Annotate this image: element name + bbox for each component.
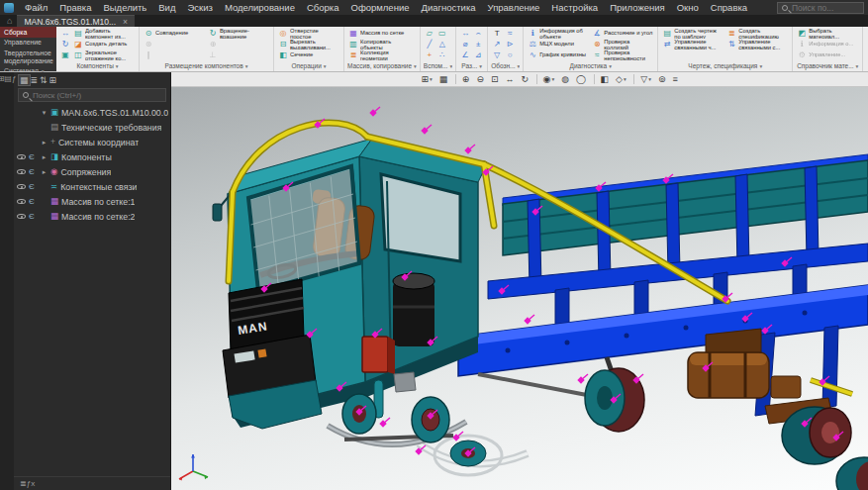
ribbon-button[interactable]: ℹИнформация об объекте (527, 28, 590, 39)
ribbon-button[interactable]: ▽ (491, 49, 503, 60)
ribbon-button[interactable]: ⇅Управление связанными с... (725, 39, 789, 49)
tree-list-icon[interactable]: ≣ (30, 75, 40, 85)
viewport-3d[interactable]: MAN (171, 87, 868, 490)
tree-item[interactable]: Є ▤ Технические требования (14, 120, 170, 135)
ribbon-group-label[interactable]: Размещение компонентов▾ (143, 60, 270, 71)
expander-icon[interactable]: ▸ (41, 153, 48, 161)
ribbon-button[interactable]: ↔ (59, 28, 71, 39)
ribbon-group-label[interactable]: Операции▾ (277, 60, 340, 71)
tree-search-input[interactable] (33, 91, 161, 100)
ribbon-button[interactable]: ▱ (424, 28, 435, 39)
tree-item[interactable]: Є ▸ ◨ Компоненты (14, 149, 170, 164)
ribbon-button[interactable]: ⊛ (143, 39, 206, 49)
ribbon-button[interactable]: ◎Отверстие простое (277, 28, 340, 39)
menu-item[interactable]: Эскиз (181, 1, 218, 14)
expander-icon[interactable]: ▾ (41, 109, 48, 117)
ribbon-button[interactable]: △ (436, 39, 448, 49)
air-intake-cylinder[interactable] (393, 273, 434, 346)
visibility-eye-icon[interactable] (17, 154, 26, 160)
tree-item[interactable]: Є ▸ ◉ Сопряжения (14, 164, 170, 179)
ribbon-button[interactable]: ∴ (436, 49, 448, 60)
ribbon-button[interactable]: ∥ (143, 49, 206, 60)
ribbon-button[interactable]: ≈Проверка непрерывности (591, 49, 654, 60)
variables-icon[interactable]: ƒx (27, 479, 35, 488)
ribbon-button[interactable]: ⊟Вырезать выдавливани... (277, 39, 340, 49)
expander-icon[interactable]: ▸ (41, 168, 48, 176)
menu-item[interactable]: Вид (152, 1, 181, 14)
ribbon-group-label[interactable]: Чертеж, спецификация▾ (661, 60, 789, 71)
menu-item[interactable]: Диагностика (415, 1, 481, 14)
ribbon-button[interactable]: Т (491, 28, 503, 39)
ribbon-button[interactable]: ↗ (491, 39, 503, 49)
ribbon-button[interactable]: ∿График кривизны (527, 49, 590, 60)
global-search-input[interactable] (792, 3, 859, 13)
ribbon-button[interactable]: ▤Создать чертеж по шаблону (661, 28, 724, 39)
ribbon-button[interactable]: ⌀ (459, 39, 471, 49)
ribbon-button[interactable] (725, 49, 789, 60)
tree-bottom-list-icon[interactable]: ≣ (20, 479, 27, 488)
panelset-tab[interactable]: Управление (0, 38, 56, 49)
ribbon-button[interactable]: ╱ (424, 39, 435, 49)
ribbon-group-label[interactable]: Компоненты▾ (59, 60, 136, 71)
menu-item[interactable]: Сборка (301, 1, 345, 14)
close-tab-icon[interactable]: × (123, 17, 128, 27)
ribbon-button[interactable]: ⊿ (472, 49, 484, 60)
rear-axle[interactable] (450, 376, 868, 490)
global-search[interactable] (777, 2, 864, 14)
ribbon-button[interactable]: ≣Коллекция геометрии (347, 49, 411, 60)
include-toggle-icon[interactable]: Є (29, 213, 35, 221)
visibility-eye-icon[interactable] (17, 199, 26, 205)
ribbon-button[interactable]: ▤Добавить компонент из... (72, 28, 136, 39)
tree-item[interactable]: Є ▸ + Системы координат (14, 135, 170, 149)
ribbon-button[interactable]: ▣ (59, 49, 71, 60)
ribbon-group-label[interactable]: Раз...▾ (459, 60, 484, 71)
ribbon-button[interactable]: ▥Копировать объекты (347, 39, 411, 49)
ribbon-button[interactable]: ◩Выбрать материал... (796, 28, 859, 39)
menu-item[interactable]: Правка (53, 1, 97, 14)
ribbon-button[interactable]: ⇄Управление связанными ч... (661, 39, 724, 49)
ribbon-group-label[interactable]: Массив, копирование▾ (347, 60, 417, 71)
tree-sort-icon[interactable]: ⇅ (39, 75, 48, 85)
ribbon-button[interactable]: ℹИнформация о... (796, 39, 859, 49)
ribbon-button[interactable]: ∠ (459, 49, 471, 60)
chassis-frame[interactable] (458, 244, 868, 416)
ribbon-button[interactable]: ⊳ (504, 39, 516, 49)
menu-item[interactable]: Моделирование (219, 1, 301, 14)
visibility-eye-icon[interactable] (17, 214, 26, 220)
include-toggle-icon[interactable]: Є (29, 198, 35, 206)
menu-item[interactable]: Приложения (604, 1, 671, 14)
ribbon-button[interactable]: ≈ (504, 28, 516, 39)
include-toggle-icon[interactable]: Є (29, 183, 35, 191)
ribbon-button[interactable]: ↻ (59, 39, 71, 49)
panelset-tab[interactable]: Сборка (0, 27, 56, 38)
visibility-eye-icon[interactable] (17, 184, 26, 190)
mid-axle[interactable] (585, 357, 644, 432)
ribbon-button[interactable]: ◫Зеркальное отражение ко... (72, 49, 136, 60)
ribbon-button[interactable]: ⊕ (207, 39, 270, 49)
tree-item[interactable]: Є ▦ Массив по сетке:1 (14, 194, 170, 209)
ribbon-button[interactable]: ⚙Управление... (796, 49, 859, 60)
ribbon-button[interactable] (661, 49, 724, 60)
tree-search[interactable] (18, 88, 166, 102)
expander-icon[interactable]: ▸ (41, 139, 48, 147)
menu-item[interactable]: Управление (482, 1, 546, 14)
ribbon-group-label[interactable]: Вспом...▾ (424, 60, 452, 71)
panel-parameters-icon[interactable]: ▤ (4, 74, 12, 83)
tree-structure-icon[interactable]: ▦ (19, 75, 30, 85)
include-toggle-icon[interactable]: Є (29, 168, 35, 176)
menu-item[interactable]: Файл (19, 1, 53, 14)
ribbon-group-label[interactable]: Диагностика▾ (527, 60, 654, 71)
ribbon-button[interactable]: ▭ (436, 28, 448, 39)
ribbon-button[interactable]: ⌢ (472, 28, 484, 39)
ribbon-button[interactable]: ≣Создать спецификацию (725, 28, 789, 39)
cab[interactable]: MAN (213, 139, 486, 429)
tree-item[interactable]: Є ▾ ▣ MAN.6x6.TGS.01.M10.00.000 СБ Грузо (14, 105, 170, 120)
ribbon-button[interactable]: + (424, 49, 435, 60)
ribbon-group-label[interactable]: Справочник мате...▾ (796, 60, 859, 71)
start-page-icon[interactable]: ⌂ (2, 15, 17, 27)
ribbon-button[interactable]: ⊙Совпадение (143, 28, 206, 39)
include-toggle-icon[interactable]: Є (29, 153, 35, 161)
menu-item[interactable]: Оформление (345, 1, 416, 14)
visibility-eye-icon[interactable] (17, 169, 26, 175)
menu-item[interactable]: Окно (671, 1, 705, 14)
